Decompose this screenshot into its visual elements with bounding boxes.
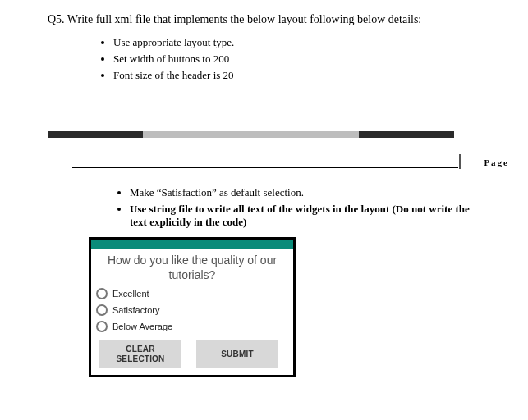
radio-row-below-average[interactable]: Below Average: [91, 318, 293, 335]
page-marker: [459, 154, 461, 169]
radio-icon: [96, 288, 108, 299]
requirements-list-top: Use appropriate layout type. Set width o…: [113, 36, 480, 82]
mockup-header-text: How do you like the quality of our tutor…: [91, 249, 293, 285]
android-mockup: How do you like the quality of our tutor…: [89, 237, 296, 377]
radio-label: Satisfactory: [112, 305, 159, 315]
req-bottom-item: Use string file to write all text of the…: [130, 203, 480, 229]
separator-bar: [48, 131, 480, 138]
req-bottom-item: Make “Satisfaction” as default selection…: [130, 186, 480, 199]
question-title: Q5. Write full xml file that implements …: [48, 13, 480, 26]
page-label: Page: [484, 158, 509, 167]
req-top-item: Font size of the header is 20: [113, 69, 480, 82]
req-top-item: Use appropriate layout type.: [113, 36, 480, 49]
submit-button[interactable]: SUBMIT: [196, 340, 278, 368]
radio-label: Below Average: [112, 322, 172, 331]
mockup-toolbar: [91, 240, 293, 249]
page-footer-rule: Page: [72, 167, 458, 168]
radio-label: Excellent: [112, 289, 149, 299]
radio-icon: [96, 304, 108, 316]
radio-row-satisfactory[interactable]: Satisfactory: [91, 302, 293, 318]
req-top-item: Set width of buttons to 200: [113, 52, 480, 66]
mockup-button-row: CLEAR SELECTION SUBMIT: [91, 335, 293, 375]
radio-icon: [96, 321, 108, 332]
requirements-list-bottom: Make “Satisfaction” as default selection…: [130, 186, 480, 229]
radio-row-excellent[interactable]: Excellent: [91, 285, 293, 302]
clear-selection-button[interactable]: CLEAR SELECTION: [99, 340, 181, 368]
